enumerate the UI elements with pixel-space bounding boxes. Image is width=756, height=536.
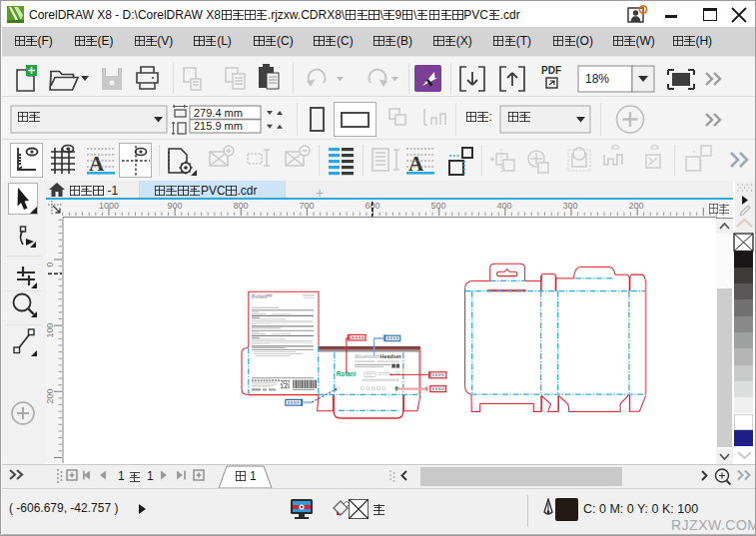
svg-text:215.9 mm: 215.9 mm [194, 120, 243, 132]
svg-text:900: 900 [167, 201, 182, 211]
svg-text:400: 400 [496, 201, 511, 211]
svg-text:0: 0 [46, 262, 55, 267]
svg-text:Headset: Headset [380, 353, 401, 359]
svg-text:500: 500 [430, 201, 445, 211]
svg-text:200: 200 [628, 201, 643, 211]
svg-text:Rofani: Rofani [252, 293, 268, 299]
svg-text:PDF: PDF [541, 65, 561, 76]
svg-text:1000: 1000 [99, 201, 119, 211]
svg-text:18%: 18% [585, 72, 609, 86]
svg-text:279.4 mm: 279.4 mm [194, 107, 243, 119]
svg-text:300: 300 [562, 201, 577, 211]
svg-text:200: 200 [46, 388, 55, 403]
svg-text:1: 1 [147, 469, 154, 483]
svg-text:100: 100 [46, 322, 55, 337]
svg-text:Bluetooth: Bluetooth [355, 353, 380, 359]
svg-text:700: 700 [299, 201, 314, 211]
svg-text:800: 800 [233, 201, 248, 211]
svg-text:1: 1 [118, 469, 125, 483]
